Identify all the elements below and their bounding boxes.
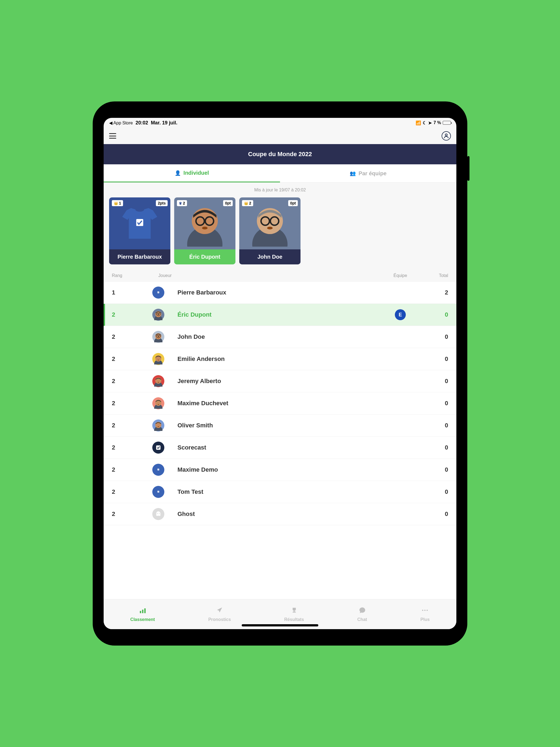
tab-individual-label: Individuel xyxy=(183,170,209,176)
ranking-row[interactable]: 2 Ghost 0 xyxy=(104,503,456,525)
location-icon: ➤ xyxy=(428,120,432,126)
row-rank: 2 xyxy=(112,444,150,451)
podium-avatar: ♛2 0pt xyxy=(174,198,235,249)
device-side-button xyxy=(467,156,469,181)
row-rank: 2 xyxy=(112,400,150,407)
moon-icon: ☾ xyxy=(423,120,427,126)
header-team: Équipe xyxy=(380,273,421,278)
ranking-row[interactable]: 2 Maxime Demo 0 xyxy=(104,459,456,481)
svg-point-7 xyxy=(202,227,207,229)
row-total: 2 xyxy=(421,289,448,296)
row-total: 0 xyxy=(421,400,448,407)
nav-chat[interactable]: Chat xyxy=(357,607,367,622)
row-rank: 2 xyxy=(112,333,150,340)
row-player-name: Pierre Barbaroux xyxy=(177,289,380,296)
tab-team[interactable]: 👥 Par équipe xyxy=(280,164,456,182)
row-rank: 2 xyxy=(112,378,150,385)
ranking-row[interactable]: 2 Maxime Duchevet 0 xyxy=(104,392,456,414)
row-player-name: Maxime Demo xyxy=(177,466,380,473)
tab-team-label: Par équipe xyxy=(358,170,386,177)
row-player-name: Oliver Smith xyxy=(177,422,380,429)
battery-icon xyxy=(443,121,451,125)
row-avatar xyxy=(150,309,167,321)
tab-individual[interactable]: 👤 Individuel xyxy=(104,164,280,182)
svg-point-26 xyxy=(158,338,159,338)
rank-badge: ♛2 xyxy=(177,200,187,206)
home-indicator[interactable] xyxy=(242,624,318,626)
podium-name: John Doe xyxy=(239,249,301,264)
svg-point-48 xyxy=(424,610,426,611)
points-badge: 0pt xyxy=(223,200,233,206)
row-avatar xyxy=(150,486,167,498)
more-icon xyxy=(421,607,429,616)
row-rank: 2 xyxy=(112,466,150,473)
row-player-name: Emilie Anderson xyxy=(177,356,380,363)
row-total: 0 xyxy=(421,444,448,451)
svg-point-20 xyxy=(158,315,159,316)
row-avatar xyxy=(150,331,167,343)
ranking-row[interactable]: 2 Emilie Anderson 0 xyxy=(104,348,456,370)
person-icon: 👤 xyxy=(175,170,181,176)
svg-point-49 xyxy=(427,610,428,611)
row-total: 0 xyxy=(421,466,448,473)
ranking-row[interactable]: 2 Scorecast 0 xyxy=(104,437,456,459)
svg-point-29 xyxy=(158,360,159,360)
ranking-row[interactable]: 2 Tom Test 0 xyxy=(104,481,456,503)
podium-card-3[interactable]: 👑2 0pt John Doe xyxy=(239,198,301,264)
status-time: 20:02 xyxy=(136,120,148,126)
row-player-name: Scorecast xyxy=(177,444,380,451)
page-title: Coupe du Monde 2022 xyxy=(104,144,456,164)
row-total: 0 xyxy=(421,511,448,518)
ranking-row[interactable]: 1 Pierre Barbaroux 2 xyxy=(104,282,456,304)
row-player-name: John Doe xyxy=(177,333,380,340)
row-total: 0 xyxy=(421,378,448,385)
podium-card-2[interactable]: ♛2 0pt Éric Dupont xyxy=(174,198,235,264)
row-rank: 2 xyxy=(112,488,150,495)
row-player-name: Maxime Duchevet xyxy=(177,400,380,407)
ranking-tabs: 👤 Individuel 👥 Par équipe xyxy=(104,164,456,183)
podium-name: Éric Dupont xyxy=(174,249,235,264)
battery-percent: 7 % xyxy=(433,120,441,125)
row-rank: 1 xyxy=(112,289,150,296)
wifi-icon: 📶 xyxy=(416,120,421,126)
svg-point-0 xyxy=(445,134,447,136)
ranking-row[interactable]: 2 Éric Dupont E 0 xyxy=(104,304,456,326)
ranking-row[interactable]: 2 John Doe 0 xyxy=(104,326,456,348)
row-avatar xyxy=(150,442,167,454)
nav-resultats[interactable]: Résultats xyxy=(284,607,304,622)
row-total: 0 xyxy=(421,333,448,340)
podium-card-1[interactable]: 👑1 2pts Pierre Barbaroux xyxy=(109,198,170,264)
back-to-appstore[interactable]: ◀ App Store xyxy=(109,120,133,126)
ranking-row[interactable]: 2 Jeremy Alberto 0 xyxy=(104,370,456,392)
podium: 👑1 2pts Pierre Barbaroux ♛2 0pt Éric Dup… xyxy=(104,198,456,270)
row-rank: 2 xyxy=(112,311,150,318)
nav-chat-label: Chat xyxy=(357,617,367,622)
header-total: Total xyxy=(421,273,448,278)
svg-point-13 xyxy=(267,227,273,229)
nav-pronostics[interactable]: Pronostics xyxy=(208,607,231,622)
ranking-row[interactable]: 2 Oliver Smith 0 xyxy=(104,414,456,437)
status-left: ◀ App Store 20:02 Mar. 19 juil. xyxy=(109,120,177,126)
row-player-name: Éric Dupont xyxy=(177,311,380,318)
svg-point-38 xyxy=(158,426,159,427)
nav-plus[interactable]: Plus xyxy=(421,607,430,622)
nav-classement[interactable]: Classement xyxy=(130,607,155,622)
pronostics-icon xyxy=(216,607,223,616)
status-bar: ◀ App Store 20:02 Mar. 19 juil. 📶 ☾ ➤ 7 … xyxy=(104,118,456,128)
menu-icon[interactable] xyxy=(109,133,116,138)
row-player-name: Jeremy Alberto xyxy=(177,378,380,385)
row-rank: 2 xyxy=(112,356,150,363)
row-total: 0 xyxy=(421,422,448,429)
row-total: 0 xyxy=(421,311,448,318)
header-player: Joueur xyxy=(158,273,380,278)
ranking-list[interactable]: 1 Pierre Barbaroux 2 2 Éric Dupont E 0 2… xyxy=(104,282,456,599)
row-total: 0 xyxy=(421,488,448,495)
people-icon: 👥 xyxy=(350,170,356,176)
ranking-icon xyxy=(139,607,147,616)
row-player-name: Ghost xyxy=(177,511,380,518)
profile-icon[interactable] xyxy=(441,131,451,140)
team-badge: E xyxy=(395,309,406,320)
svg-point-42 xyxy=(157,513,158,514)
rank-badge: 👑2 xyxy=(242,200,253,206)
row-team: E xyxy=(380,309,421,320)
